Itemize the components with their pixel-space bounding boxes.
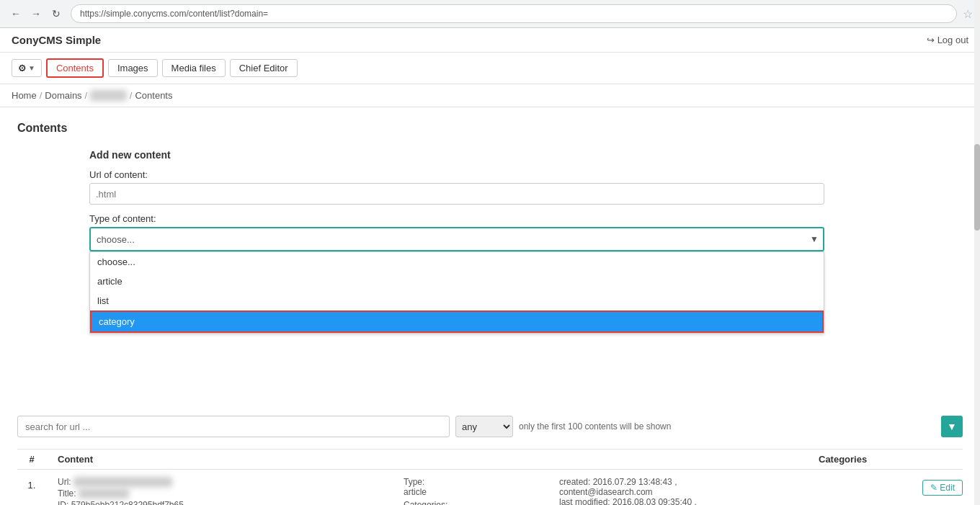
filter-button[interactable]: ▼	[941, 416, 963, 437]
bookmark-icon[interactable]: ☆	[963, 7, 973, 21]
title-label: Title:	[58, 488, 76, 499]
type-label: Type of content:	[89, 213, 963, 224]
search-bar: any article list category only the first…	[17, 410, 963, 443]
tab-images[interactable]: Images	[108, 59, 158, 77]
breadcrumb-sep-1: /	[40, 90, 43, 101]
col-content-header: Content	[58, 454, 807, 465]
app-header: ConyCMS Simple ↪ Log out	[0, 28, 980, 53]
row-meta-extra: created: 2016.07.29 13:48:43 , content@i…	[559, 477, 894, 505]
form-heading: Add new content	[89, 149, 963, 161]
forward-button[interactable]: →	[27, 5, 45, 22]
logout-icon: ↪	[927, 35, 935, 45]
refresh-button[interactable]: ↻	[48, 5, 65, 22]
row-actions: ✎ Edit	[905, 477, 963, 496]
browser-chrome: ← → ↻ ☆	[0, 0, 980, 28]
filter-select[interactable]: any article list category	[455, 416, 513, 437]
add-content-form: Add new content Url of content: Type of …	[89, 149, 963, 251]
categories-label: Categories:	[404, 500, 548, 505]
id-label: ID:	[58, 500, 68, 505]
browser-nav-buttons: ← → ↻	[7, 5, 65, 22]
icon-dropdown-button[interactable]: ⚙ ▼	[12, 59, 42, 77]
address-bar[interactable]	[71, 4, 957, 23]
url-input[interactable]	[89, 183, 824, 205]
meta-email: content@idasearch.com	[559, 487, 894, 497]
app-title: ConyCMS Simple	[12, 34, 101, 46]
url-label: Url:	[58, 477, 71, 487]
col-hash-header: #	[17, 454, 46, 465]
tab-contents[interactable]: Contents	[46, 58, 104, 78]
search-input[interactable]	[17, 416, 450, 437]
breadcrumb-domain-name	[90, 90, 127, 101]
dropdown-option-list[interactable]: list	[90, 291, 824, 310]
row-type-categories: Type: article Categories:	[404, 477, 548, 505]
scrollbar-thumb[interactable]	[974, 144, 980, 231]
breadcrumb-sep-2: /	[85, 90, 88, 101]
back-button[interactable]: ←	[7, 5, 24, 22]
table-row: 1. Url: Title: ID: 579b5	[17, 470, 963, 505]
dropdown-option-article[interactable]: article	[90, 272, 824, 291]
main-content: Contents Add new content Url of content:…	[0, 107, 980, 505]
tab-chief-editor[interactable]: Chief Editor	[230, 59, 298, 77]
dropdown-options-list[interactable]: choose... article list category	[89, 251, 824, 334]
filter-info-text: only the first 100 contents will be show…	[519, 421, 935, 432]
type-value: article	[404, 487, 548, 497]
chevron-down-icon: ▼	[28, 64, 35, 72]
row-url: Url:	[58, 477, 392, 487]
col-categories-header: Categories	[819, 454, 963, 465]
id-value: 579b5ebb212c83295bdf7b65	[71, 500, 184, 505]
meta-created: created: 2016.07.29 13:48:43 ,	[559, 477, 894, 487]
type-dropdown-wrapper: choose... article list category ▼ choose…	[89, 227, 824, 251]
dropdown-option-category[interactable]: category	[90, 310, 824, 333]
section-title: Contents	[17, 122, 963, 135]
row-id: ID: 579b5ebb212c83295bdf7b65	[58, 500, 392, 505]
breadcrumb: Home / Domains / / Contents	[0, 84, 980, 107]
type-select[interactable]: choose... article list category	[89, 227, 824, 251]
logout-button[interactable]: ↪ Log out	[927, 35, 968, 45]
url-label: Url of content:	[89, 169, 963, 180]
breadcrumb-home[interactable]: Home	[12, 90, 37, 101]
dropdown-option-choose[interactable]: choose...	[90, 252, 824, 272]
logout-label: Log out	[937, 35, 968, 45]
row-title: Title:	[58, 488, 392, 499]
url-value-blurred	[74, 477, 172, 487]
meta-modified: last modified: 2016.08.03 09:35:40 ,	[559, 497, 894, 505]
edit-button[interactable]: ✎ Edit	[922, 480, 963, 496]
scrollbar-track[interactable]	[974, 0, 980, 505]
tab-media-files[interactable]: Media files	[162, 59, 226, 77]
row-main-info: Url: Title: ID: 579b5ebb212c83295bdf7b65	[58, 477, 392, 505]
type-label: Type:	[404, 477, 548, 487]
nav-bar: ⚙ ▼ Contents Images Media files Chief Ed…	[0, 53, 980, 84]
row-number: 1.	[17, 477, 46, 491]
breadcrumb-current: Contents	[135, 90, 172, 101]
gear-icon: ⚙	[18, 63, 27, 73]
title-value-blurred	[79, 488, 129, 499]
filter-icon: ▼	[947, 421, 957, 432]
breadcrumb-sep-3: /	[130, 90, 133, 101]
breadcrumb-domains[interactable]: Domains	[45, 90, 81, 101]
